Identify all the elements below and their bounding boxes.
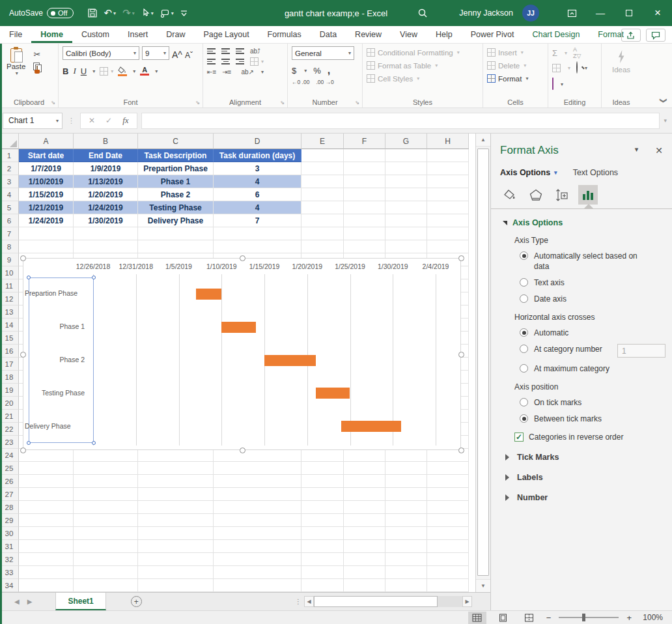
grid-cell[interactable]	[385, 240, 427, 253]
align-center-button[interactable]	[221, 59, 230, 64]
grid-cell[interactable]	[138, 553, 214, 566]
grid-cell[interactable]	[427, 201, 469, 214]
table-data-cell[interactable]: 1/24/2019	[74, 201, 138, 214]
radio-button[interactable]	[520, 294, 528, 303]
grid-cell[interactable]	[385, 566, 427, 579]
grid-cell[interactable]	[138, 540, 214, 553]
zoom-slider-thumb[interactable]	[582, 614, 585, 621]
scroll-right-icon[interactable]: ▶	[462, 596, 472, 607]
shrink-font-button[interactable]: Aˇ	[185, 46, 193, 60]
row-header-29[interactable]: 29	[0, 514, 19, 527]
tab-axis-options[interactable]: Axis Options ▾	[500, 168, 557, 177]
row-header-4[interactable]: 4	[0, 188, 19, 201]
grid-cell[interactable]	[74, 475, 138, 488]
tab-home[interactable]: Home	[31, 27, 72, 43]
radio-option[interactable]: On tick marks	[520, 397, 665, 408]
grid-cell[interactable]	[301, 579, 344, 592]
section-labels[interactable]: Labels	[505, 473, 672, 482]
grid-cell[interactable]	[385, 449, 427, 462]
italic-button[interactable]: I	[73, 66, 76, 76]
row-header-2[interactable]: 2	[0, 162, 19, 175]
find-select-button[interactable]	[576, 62, 578, 74]
row-header-25[interactable]: 25	[0, 462, 19, 475]
clear-dropdown-icon[interactable]: ▾	[561, 81, 563, 87]
tab-insert[interactable]: Insert	[119, 27, 157, 43]
grid-cell[interactable]	[214, 527, 301, 540]
gantt-bar[interactable]	[316, 388, 350, 399]
radio-option[interactable]: Automatic	[520, 328, 665, 338]
grid-cell[interactable]	[19, 553, 74, 566]
table-data-cell[interactable]: Testing Phase	[138, 201, 214, 214]
radio-option[interactable]: Text axis	[520, 277, 665, 288]
grid-cell[interactable]	[427, 149, 469, 162]
grid-cell[interactable]	[74, 566, 138, 579]
grid-cell[interactable]	[344, 462, 385, 475]
grid-cell[interactable]	[344, 553, 385, 566]
grid-cell[interactable]	[19, 240, 74, 253]
grid-cell[interactable]	[385, 501, 427, 514]
grid-cell[interactable]	[427, 162, 469, 175]
gantt-bar[interactable]	[264, 355, 316, 366]
table-data-cell[interactable]: 3	[214, 162, 301, 175]
tab-data[interactable]: Data	[311, 27, 346, 43]
tab-formulas[interactable]: Formulas	[259, 27, 311, 43]
fill-color-button[interactable]	[118, 66, 127, 76]
alignment-dialog-launcher[interactable]: ⇘	[280, 100, 285, 106]
zoom-slider[interactable]	[559, 617, 619, 618]
grid-cell[interactable]	[385, 488, 427, 501]
grid-cell[interactable]	[385, 201, 427, 214]
font-color-button[interactable]: A	[140, 66, 149, 76]
row-header-15[interactable]: 15	[0, 332, 19, 345]
grid-cell[interactable]	[344, 475, 385, 488]
grid-cell[interactable]	[344, 201, 385, 214]
axis-selection-handle[interactable]	[92, 276, 96, 279]
grid-cell[interactable]	[138, 475, 214, 488]
radio-button[interactable]	[520, 328, 528, 337]
pane-options-icon[interactable]: ▾	[635, 145, 639, 156]
decrease-decimal-button[interactable]: .00 →0	[316, 79, 333, 85]
formula-input[interactable]	[141, 113, 660, 129]
name-box[interactable]: Chart 1 ▾	[3, 113, 63, 129]
tab-help[interactable]: Help	[427, 27, 462, 43]
chart-selection-handle[interactable]	[240, 255, 245, 261]
scroll-up-icon[interactable]: ▲	[476, 134, 490, 147]
grid-cell[interactable]	[19, 579, 74, 592]
grid-cell[interactable]	[344, 149, 385, 162]
table-data-cell[interactable]: 6	[214, 188, 301, 201]
orientation-button[interactable]: ab⤴	[250, 48, 260, 55]
section-tick-marks[interactable]: Tick Marks	[505, 453, 672, 462]
grid-cell[interactable]	[344, 162, 385, 175]
align-bottom-button[interactable]	[236, 48, 244, 54]
number-format-combo[interactable]: General▾	[292, 46, 354, 60]
radio-option[interactable]: Automatically select based on data	[520, 251, 665, 272]
grid-cell[interactable]	[301, 488, 344, 501]
tab-view[interactable]: View	[391, 27, 427, 43]
grid-cell[interactable]	[301, 162, 344, 175]
grid-cell[interactable]	[138, 514, 214, 527]
wrap-text-button[interactable]: ab↗	[241, 68, 254, 76]
grid-cell[interactable]	[344, 514, 385, 527]
category-number-input[interactable]	[617, 344, 665, 358]
grid-cell[interactable]	[344, 227, 385, 240]
grid-cell[interactable]	[427, 566, 469, 579]
table-header-cell[interactable]: Start date	[19, 149, 74, 162]
user-name[interactable]: Jenny Jackson	[459, 8, 513, 18]
table-data-cell[interactable]: 1/20/2019	[74, 188, 138, 201]
axis-options-tab-button[interactable]	[578, 185, 598, 205]
grid-cell[interactable]	[427, 501, 469, 514]
chart-selection-handle[interactable]	[20, 447, 26, 453]
align-top-button[interactable]	[207, 48, 216, 54]
table-data-cell[interactable]: 1/15/2019	[19, 188, 74, 201]
table-data-cell[interactable]: 1/21/2019	[19, 201, 74, 214]
grid-cell[interactable]	[344, 240, 385, 253]
save-button[interactable]	[85, 8, 100, 18]
grid-cell[interactable]	[301, 449, 344, 462]
row-header-10[interactable]: 10	[0, 266, 19, 279]
radio-button[interactable]	[520, 414, 528, 423]
tab-draw[interactable]: Draw	[157, 27, 194, 43]
tab-text-options[interactable]: Text Options	[573, 168, 618, 177]
tab-power-pivot[interactable]: Power Pivot	[462, 27, 524, 43]
horizontal-scrollbar[interactable]: ◀ ▶	[304, 596, 472, 607]
grid-cell[interactable]	[344, 175, 385, 188]
number-dialog-launcher[interactable]: ⇘	[355, 100, 359, 106]
